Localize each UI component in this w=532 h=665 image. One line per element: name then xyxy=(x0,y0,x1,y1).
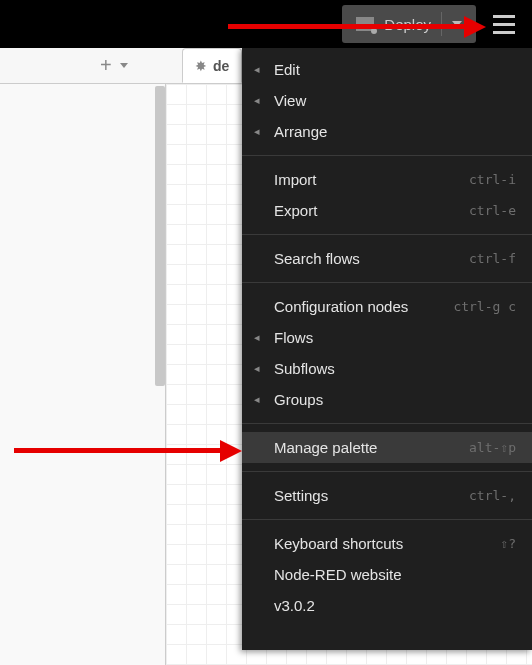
menu-website[interactable]: Node-RED website xyxy=(242,559,532,590)
menu-separator xyxy=(242,155,532,156)
tab-list-dropdown[interactable] xyxy=(120,63,128,68)
deploy-icon xyxy=(356,17,374,31)
menu-version[interactable]: v3.0.2 xyxy=(242,590,532,621)
chevron-left-icon: ◂ xyxy=(250,393,264,406)
menu-import[interactable]: Import ctrl-i xyxy=(242,164,532,195)
divider xyxy=(441,12,442,36)
menu-separator xyxy=(242,471,532,472)
menu-groups[interactable]: ◂ Groups xyxy=(242,384,532,415)
menu-separator xyxy=(242,519,532,520)
chevron-left-icon: ◂ xyxy=(250,63,264,76)
chevron-left-icon: ◂ xyxy=(250,125,264,138)
menu-separator xyxy=(242,282,532,283)
menu-manage-palette[interactable]: Manage palette alt-⇧p xyxy=(242,432,532,463)
menu-keyboard-shortcuts[interactable]: Keyboard shortcuts ⇧? xyxy=(242,528,532,559)
chevron-left-icon: ◂ xyxy=(250,362,264,375)
deploy-button[interactable]: Deploy xyxy=(342,5,476,43)
scrollbar-thumb[interactable] xyxy=(155,86,165,386)
palette-panel xyxy=(0,84,166,665)
app-header: Deploy xyxy=(0,0,532,48)
main-menu-button[interactable] xyxy=(484,4,524,44)
tab-label: de xyxy=(213,58,229,74)
deploy-label: Deploy xyxy=(384,16,431,33)
menu-search-flows[interactable]: Search flows ctrl-f xyxy=(242,243,532,274)
menu-configuration-nodes[interactable]: Configuration nodes ctrl-g c xyxy=(242,291,532,322)
menu-export[interactable]: Export ctrl-e xyxy=(242,195,532,226)
menu-separator xyxy=(242,423,532,424)
menu-separator xyxy=(242,234,532,235)
menu-subflows[interactable]: ◂ Subflows xyxy=(242,353,532,384)
menu-settings[interactable]: Settings ctrl-, xyxy=(242,480,532,511)
main-menu: ◂ Edit ◂ View ◂ Arrange Import ctrl-i Ex… xyxy=(242,48,532,650)
chevron-left-icon: ◂ xyxy=(250,94,264,107)
chevron-down-icon xyxy=(452,21,462,27)
menu-view[interactable]: ◂ View xyxy=(242,85,532,116)
menu-arrange[interactable]: ◂ Arrange xyxy=(242,116,532,147)
bug-icon: ✸ xyxy=(195,58,207,74)
chevron-left-icon: ◂ xyxy=(250,331,264,344)
menu-edit[interactable]: ◂ Edit xyxy=(242,54,532,85)
menu-flows[interactable]: ◂ Flows xyxy=(242,322,532,353)
hamburger-icon xyxy=(493,15,515,18)
flow-tab[interactable]: ✸ de xyxy=(182,48,242,83)
add-tab-button[interactable]: + xyxy=(100,54,112,77)
